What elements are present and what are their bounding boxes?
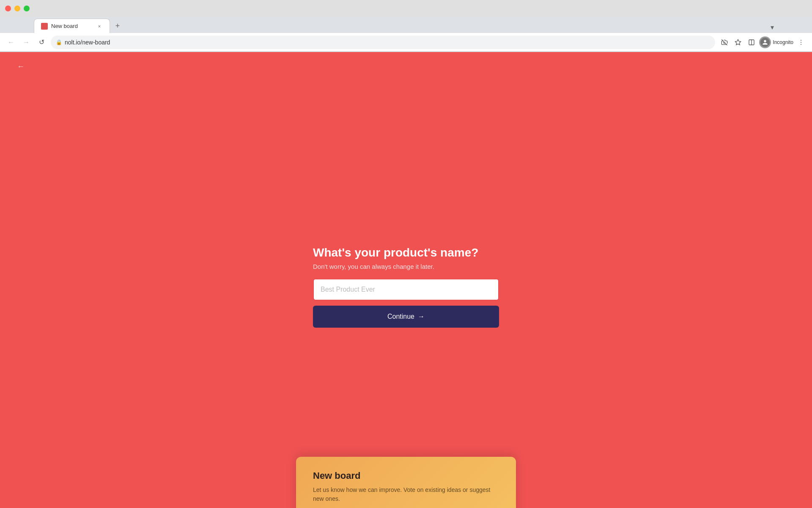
page-content: ← What's your product's name? Don't worr… [0, 52, 812, 508]
tab-dropdown-button[interactable]: ▾ [766, 21, 778, 33]
back-navigation-button[interactable]: ← [17, 62, 25, 71]
minimize-window-button[interactable] [14, 6, 20, 11]
camera-off-icon[interactable] [719, 36, 730, 48]
browser-actions: Incognito [719, 36, 807, 48]
continue-button[interactable]: Continue → [313, 306, 499, 328]
preview-card-title: New board [313, 470, 499, 481]
browser-chrome: New board × + ▾ ← → ↺ 🔒 nolt.io/new-boar… [0, 0, 812, 52]
title-bar [0, 0, 812, 17]
tab-title: New board [51, 23, 93, 29]
back-button[interactable]: ← [5, 36, 17, 48]
profile-button[interactable] [759, 36, 771, 48]
page-subtext: Don't worry, you can always change it la… [313, 263, 499, 270]
tab-close-button[interactable]: × [96, 23, 103, 30]
profile-avatar [760, 38, 770, 47]
forward-button[interactable]: → [20, 36, 32, 48]
incognito-label: Incognito [773, 39, 793, 45]
traffic-lights [5, 6, 30, 11]
page-heading: What's your product's name? [313, 246, 499, 260]
close-window-button[interactable] [5, 6, 11, 11]
preview-card: New board Let us know how we can improve… [296, 457, 516, 508]
address-bar: ← → ↺ 🔒 nolt.io/new-board [0, 33, 812, 52]
svg-marker-1 [735, 39, 741, 45]
maximize-window-button[interactable] [24, 6, 30, 11]
tab-favicon [41, 23, 48, 30]
split-view-icon[interactable] [746, 36, 757, 48]
svg-point-6 [801, 44, 801, 44]
new-tab-button[interactable]: + [112, 20, 123, 32]
reload-button[interactable]: ↺ [36, 36, 47, 48]
url-bar[interactable]: 🔒 nolt.io/new-board [51, 36, 715, 49]
url-text: nolt.io/new-board [65, 39, 710, 46]
bookmark-icon[interactable] [732, 36, 744, 48]
svg-line-0 [722, 39, 727, 45]
svg-point-5 [801, 42, 801, 43]
active-tab[interactable]: New board × [34, 19, 110, 33]
product-name-input[interactable] [313, 279, 499, 301]
lock-icon: 🔒 [56, 39, 62, 45]
continue-arrow-icon: → [418, 313, 425, 320]
tabs-bar: New board × + ▾ [0, 17, 812, 33]
form-container: What's your product's name? Don't worry,… [313, 246, 499, 328]
menu-button[interactable] [795, 36, 807, 48]
preview-card-description: Let us know how we can improve. Vote on … [313, 486, 499, 503]
svg-point-4 [801, 40, 801, 41]
continue-label: Continue [387, 313, 414, 320]
